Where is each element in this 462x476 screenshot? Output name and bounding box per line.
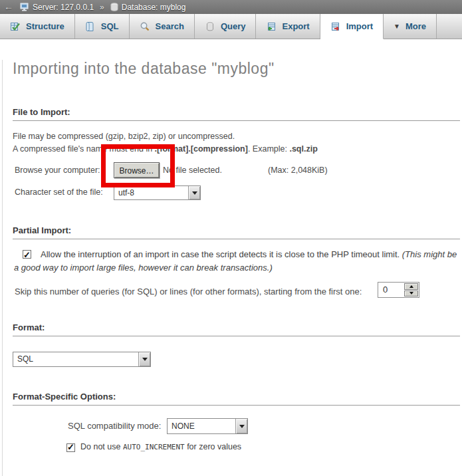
- sql-compatibility-row: SQL compatibility mode: NONE: [11, 417, 462, 434]
- tab-label: Search: [156, 21, 184, 31]
- skip-queries-row: Skip this number of queries (for SQL) or…: [11, 283, 462, 300]
- charset-selected-value: utf-8: [114, 186, 188, 199]
- line2-mid: . Example:: [248, 144, 290, 154]
- allow-interruption-row: Allow the interruption of an import in c…: [14, 248, 462, 275]
- sql-compatibility-select[interactable]: NONE: [167, 418, 248, 434]
- no-file-selected-text: No file selected.: [163, 166, 222, 175]
- breadcrumb-server[interactable]: Server: 127.0.0.1: [33, 3, 94, 12]
- ai-suffix: for zero values: [185, 442, 241, 451]
- line2-format-pattern: .[format].[compression]: [155, 144, 248, 154]
- spinner-buttons: [404, 283, 419, 297]
- import-icon: [330, 21, 341, 32]
- allow-interruption-checkbox[interactable]: [23, 250, 31, 259]
- import-page: Importing into the database "myblog" Fil…: [2, 60, 462, 476]
- skip-queries-input[interactable]: 0: [378, 282, 419, 298]
- spinner-down-button[interactable]: [404, 291, 418, 297]
- tab-query[interactable]: Query: [195, 14, 257, 39]
- structure-icon: [10, 21, 21, 32]
- tab-search[interactable]: Search: [130, 14, 195, 39]
- browse-label: Browse your computer:: [15, 166, 100, 175]
- sql-compatibility-value: NONE: [168, 419, 235, 433]
- ai-code: AUTO_INCREMENT: [123, 443, 185, 451]
- tab-label: More: [405, 21, 426, 31]
- server-icon: [20, 3, 29, 11]
- line2-prefix: A compressed file's name must end in: [13, 144, 155, 154]
- tab-label: Structure: [26, 21, 64, 31]
- charset-label: Character set of the file:: [15, 187, 103, 197]
- tab-label: Export: [282, 21, 309, 31]
- compression-info-line1: File may be compressed (gzip, bzip2, zip…: [13, 130, 460, 143]
- tab-structure[interactable]: Structure: [0, 14, 75, 39]
- auto-increment-label: Do not use AUTO_INCREMENT for zero value…: [80, 442, 241, 451]
- tab-import[interactable]: Import: [320, 14, 384, 39]
- tab-label: Import: [346, 21, 373, 31]
- tab-bar-filler: [437, 14, 462, 39]
- spinner-up-button[interactable]: [404, 283, 418, 290]
- breadcrumb: Server: 127.0.0.1 » Database: myblog: [20, 3, 185, 12]
- query-icon: [205, 21, 215, 32]
- dropdown-arrow-icon[interactable]: [188, 186, 200, 199]
- database-icon: [110, 3, 118, 11]
- sql-compatibility-label: SQL compatibility mode:: [68, 421, 161, 431]
- breadcrumb-database[interactable]: Database: myblog: [122, 3, 186, 12]
- section-heading-file-to-import: File to Import:: [13, 107, 460, 121]
- charset-row: Character set of the file: utf-8: [11, 185, 462, 201]
- format-select[interactable]: SQL: [13, 352, 151, 367]
- skip-queries-label: Skip this number of queries (for SQL) or…: [15, 287, 362, 297]
- tab-label: SQL: [101, 21, 119, 31]
- browse-row: Browse your computer: Browse… No file se…: [11, 162, 462, 181]
- breadcrumb-bar: ← Server: 127.0.0.1 » Database: myblog: [0, 0, 462, 14]
- tab-bar: Structure SQL Search Query Export: [0, 14, 462, 39]
- breadcrumb-separator: »: [100, 3, 104, 12]
- tab-export[interactable]: Export: [256, 14, 320, 39]
- auto-increment-checkbox[interactable]: [66, 443, 75, 452]
- allow-interruption-label: Allow the interruption of an import in c…: [41, 249, 402, 259]
- section-heading-partial-import: Partial Import:: [13, 225, 460, 239]
- section-heading-format-specific: Format-Specific Options:: [13, 392, 460, 406]
- export-icon: [266, 21, 277, 32]
- max-size-text: (Max: 2,048KiB): [268, 166, 328, 175]
- back-arrow-icon[interactable]: ←: [0, 0, 20, 14]
- skip-queries-value[interactable]: 0: [378, 283, 404, 297]
- ai-prefix: Do not use: [80, 442, 123, 451]
- auto-increment-row: Do not use AUTO_INCREMENT for zero value…: [11, 441, 462, 454]
- charset-select[interactable]: utf-8: [114, 185, 201, 200]
- dropdown-arrow-icon[interactable]: [235, 419, 247, 433]
- tab-more[interactable]: ▼ More: [384, 14, 437, 39]
- line2-example: .sql.zip: [289, 144, 317, 154]
- compression-info-line2: A compressed file's name must end in .[f…: [13, 143, 460, 156]
- format-row: SQL: [11, 345, 462, 361]
- page-title: Importing into the database "myblog": [13, 60, 462, 78]
- section-heading-format: Format:: [13, 322, 460, 336]
- dropdown-arrow-icon[interactable]: [138, 352, 150, 366]
- chevron-down-icon: ▼: [394, 23, 400, 30]
- format-selected-value: SQL: [13, 352, 138, 366]
- tab-sql[interactable]: SQL: [75, 14, 130, 39]
- tab-label: Query: [221, 21, 246, 31]
- browse-button[interactable]: Browse…: [114, 162, 160, 178]
- sql-icon: [85, 21, 96, 32]
- search-icon: [140, 21, 150, 32]
